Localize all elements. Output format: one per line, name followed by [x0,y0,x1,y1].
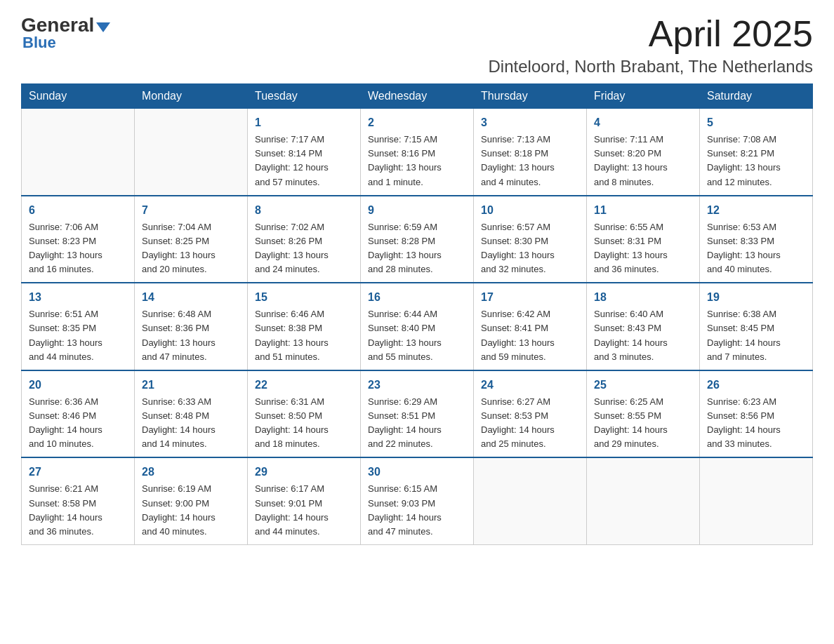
calendar-cell: 16Sunrise: 6:44 AMSunset: 8:40 PMDayligh… [361,283,474,370]
day-info: Sunrise: 6:29 AMSunset: 8:51 PMDaylight:… [368,395,466,452]
calendar-header-row: SundayMondayTuesdayWednesdayThursdayFrid… [22,84,813,109]
calendar-week-row: 1Sunrise: 7:17 AMSunset: 8:14 PMDaylight… [22,109,813,196]
day-number: 29 [255,464,353,481]
logo: General Blue [21,14,110,52]
calendar-cell: 14Sunrise: 6:48 AMSunset: 8:36 PMDayligh… [135,283,248,370]
calendar-cell: 1Sunrise: 7:17 AMSunset: 8:14 PMDaylight… [248,109,361,196]
calendar-cell: 9Sunrise: 6:59 AMSunset: 8:28 PMDaylight… [361,196,474,283]
day-info: Sunrise: 6:57 AMSunset: 8:30 PMDaylight:… [481,220,579,277]
calendar-cell [587,457,700,544]
day-info: Sunrise: 6:31 AMSunset: 8:50 PMDaylight:… [255,395,353,452]
day-info: Sunrise: 6:38 AMSunset: 8:45 PMDaylight:… [707,307,805,364]
header: General Blue April 2025 Dinteloord, Nort… [21,14,813,76]
day-info: Sunrise: 6:51 AMSunset: 8:35 PMDaylight:… [29,307,127,364]
calendar-cell: 30Sunrise: 6:15 AMSunset: 9:03 PMDayligh… [361,457,474,544]
calendar-cell: 22Sunrise: 6:31 AMSunset: 8:50 PMDayligh… [248,370,361,458]
day-number: 11 [594,202,692,219]
day-info: Sunrise: 7:04 AMSunset: 8:25 PMDaylight:… [142,220,240,277]
day-info: Sunrise: 7:13 AMSunset: 8:18 PMDaylight:… [481,133,579,189]
day-number: 26 [707,377,805,394]
day-number: 23 [368,377,466,394]
day-number: 19 [707,289,805,306]
calendar-cell: 18Sunrise: 6:40 AMSunset: 8:43 PMDayligh… [587,283,700,370]
day-number: 4 [594,114,692,131]
calendar-cell [700,457,813,544]
day-number: 13 [29,289,127,306]
day-number: 10 [481,202,579,219]
day-number: 15 [255,289,353,306]
calendar: SundayMondayTuesdayWednesdayThursdayFrid… [21,83,813,545]
day-info: Sunrise: 6:25 AMSunset: 8:55 PMDaylight:… [594,395,692,452]
day-info: Sunrise: 7:11 AMSunset: 8:20 PMDaylight:… [594,133,692,189]
day-number: 8 [255,202,353,219]
calendar-cell: 2Sunrise: 7:15 AMSunset: 8:16 PMDaylight… [361,109,474,196]
month-title: April 2025 [489,14,813,54]
calendar-week-row: 27Sunrise: 6:21 AMSunset: 8:58 PMDayligh… [22,457,813,544]
logo-arrow-icon [96,22,110,32]
day-info: Sunrise: 6:19 AMSunset: 9:00 PMDaylight:… [142,482,240,539]
calendar-cell: 26Sunrise: 6:23 AMSunset: 8:56 PMDayligh… [700,370,813,458]
calendar-cell: 11Sunrise: 6:55 AMSunset: 8:31 PMDayligh… [587,196,700,283]
day-number: 28 [142,464,240,481]
column-header-wednesday: Wednesday [361,84,474,109]
column-header-tuesday: Tuesday [248,84,361,109]
calendar-cell: 19Sunrise: 6:38 AMSunset: 8:45 PMDayligh… [700,283,813,370]
calendar-cell: 17Sunrise: 6:42 AMSunset: 8:41 PMDayligh… [474,283,587,370]
day-number: 18 [594,289,692,306]
calendar-cell: 23Sunrise: 6:29 AMSunset: 8:51 PMDayligh… [361,370,474,458]
calendar-cell: 4Sunrise: 7:11 AMSunset: 8:20 PMDaylight… [587,109,700,196]
day-number: 25 [594,377,692,394]
day-number: 6 [29,202,127,219]
day-number: 1 [255,114,353,131]
calendar-cell: 21Sunrise: 6:33 AMSunset: 8:48 PMDayligh… [135,370,248,458]
calendar-cell: 25Sunrise: 6:25 AMSunset: 8:55 PMDayligh… [587,370,700,458]
calendar-cell: 29Sunrise: 6:17 AMSunset: 9:01 PMDayligh… [248,457,361,544]
calendar-cell: 27Sunrise: 6:21 AMSunset: 8:58 PMDayligh… [22,457,135,544]
location-title: Dinteloord, North Brabant, The Netherlan… [489,57,813,76]
column-header-saturday: Saturday [700,84,813,109]
calendar-cell: 8Sunrise: 7:02 AMSunset: 8:26 PMDaylight… [248,196,361,283]
logo-blue-text: Blue [21,34,56,52]
day-number: 21 [142,377,240,394]
day-info: Sunrise: 6:27 AMSunset: 8:53 PMDaylight:… [481,395,579,452]
column-header-sunday: Sunday [22,84,135,109]
day-info: Sunrise: 6:48 AMSunset: 8:36 PMDaylight:… [142,307,240,364]
day-number: 7 [142,202,240,219]
day-number: 30 [368,464,466,481]
calendar-cell: 7Sunrise: 7:04 AMSunset: 8:25 PMDaylight… [135,196,248,283]
day-info: Sunrise: 6:40 AMSunset: 8:43 PMDaylight:… [594,307,692,364]
day-info: Sunrise: 6:55 AMSunset: 8:31 PMDaylight:… [594,220,692,277]
column-header-monday: Monday [135,84,248,109]
day-info: Sunrise: 6:21 AMSunset: 8:58 PMDaylight:… [29,482,127,539]
day-number: 9 [368,202,466,219]
calendar-cell: 12Sunrise: 6:53 AMSunset: 8:33 PMDayligh… [700,196,813,283]
day-number: 12 [707,202,805,219]
day-info: Sunrise: 6:46 AMSunset: 8:38 PMDaylight:… [255,307,353,364]
calendar-cell: 20Sunrise: 6:36 AMSunset: 8:46 PMDayligh… [22,370,135,458]
title-area: April 2025 Dinteloord, North Brabant, Th… [489,14,813,76]
day-info: Sunrise: 6:36 AMSunset: 8:46 PMDaylight:… [29,395,127,452]
column-header-friday: Friday [587,84,700,109]
calendar-cell [22,109,135,196]
day-info: Sunrise: 6:17 AMSunset: 9:01 PMDaylight:… [255,482,353,539]
day-info: Sunrise: 7:08 AMSunset: 8:21 PMDaylight:… [707,133,805,189]
day-number: 2 [368,114,466,131]
day-info: Sunrise: 6:42 AMSunset: 8:41 PMDaylight:… [481,307,579,364]
calendar-cell: 6Sunrise: 7:06 AMSunset: 8:23 PMDaylight… [22,196,135,283]
day-number: 17 [481,289,579,306]
day-number: 14 [142,289,240,306]
day-info: Sunrise: 6:15 AMSunset: 9:03 PMDaylight:… [368,482,466,539]
calendar-cell: 13Sunrise: 6:51 AMSunset: 8:35 PMDayligh… [22,283,135,370]
calendar-week-row: 13Sunrise: 6:51 AMSunset: 8:35 PMDayligh… [22,283,813,370]
column-header-thursday: Thursday [474,84,587,109]
day-number: 5 [707,114,805,131]
day-number: 3 [481,114,579,131]
day-number: 16 [368,289,466,306]
calendar-cell [474,457,587,544]
day-number: 24 [481,377,579,394]
day-number: 22 [255,377,353,394]
calendar-cell: 3Sunrise: 7:13 AMSunset: 8:18 PMDaylight… [474,109,587,196]
day-info: Sunrise: 7:17 AMSunset: 8:14 PMDaylight:… [255,133,353,189]
calendar-cell: 24Sunrise: 6:27 AMSunset: 8:53 PMDayligh… [474,370,587,458]
day-info: Sunrise: 6:23 AMSunset: 8:56 PMDaylight:… [707,395,805,452]
